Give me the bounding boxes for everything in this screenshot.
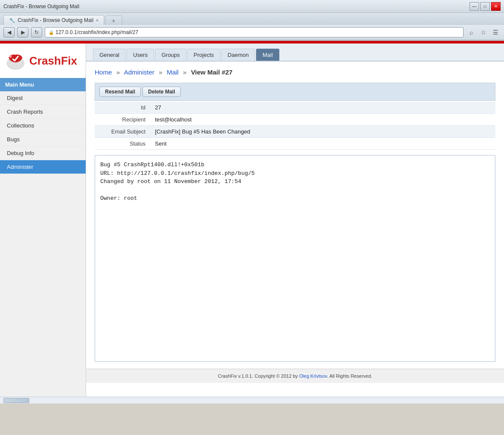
resend-mail-button[interactable]: Resend Mail: [99, 87, 141, 97]
sidebar-item-administer[interactable]: Administer: [0, 160, 86, 174]
tab-groups[interactable]: Groups: [155, 49, 186, 61]
refresh-button[interactable]: ↻: [31, 27, 42, 37]
mail-body-container: Bug #5 CrashRpt1400.dll!+0x501b URL: htt…: [95, 155, 495, 362]
sidebar-item-collections[interactable]: Collections: [0, 119, 86, 133]
tab-title: CrashFix - Browse Outgoing Mail: [18, 17, 93, 23]
logo-icon: [5, 50, 26, 71]
url-text: 127.0.0.1/crashfix/index.php/mail/27: [56, 29, 138, 35]
sidebar-item-debug-info[interactable]: Debug Info: [0, 146, 86, 160]
breadcrumb-sep3: »: [183, 68, 186, 76]
field-value-status: Sent: [151, 138, 495, 150]
tab-users[interactable]: Users: [127, 49, 154, 61]
address-icon: 🔒: [49, 30, 54, 35]
breadcrumb-administer[interactable]: Administer: [124, 68, 155, 76]
close-button[interactable]: ✕: [491, 2, 501, 11]
tab-favicon: 🔧: [9, 18, 15, 23]
tab-mail[interactable]: Mail: [256, 49, 279, 61]
address-bar[interactable]: 🔒 127.0.0.1/crashfix/index.php/mail/27: [45, 27, 464, 37]
main-content: General Users Groups Projects Daemon Mai…: [86, 44, 504, 397]
breadcrumb-sep2: »: [159, 68, 162, 76]
sidebar-item-digest[interactable]: Digest: [0, 91, 86, 105]
horizontal-scrollbar[interactable]: [0, 397, 504, 404]
minimize-button[interactable]: —: [470, 2, 479, 11]
delete-mail-button[interactable]: Delete Mail: [142, 87, 181, 97]
window-controls: — □ ✕: [470, 2, 501, 11]
nav-tabs: General Users Groups Projects Daemon Mai…: [86, 44, 504, 62]
tab-general[interactable]: General: [93, 49, 126, 61]
zoom-icon[interactable]: ⌕: [466, 27, 476, 37]
footer-link[interactable]: Oleg Krivtsov: [299, 373, 327, 379]
new-tab-button[interactable]: +: [105, 16, 122, 25]
field-label-recipient: Recipient: [95, 114, 151, 126]
scrollbar-thumb[interactable]: [3, 398, 29, 403]
sidebar-item-crash-reports[interactable]: Crash Reports: [0, 105, 86, 119]
browser-chrome: CrashFix - Browse Outgoing Mail — □ ✕ 🔧 …: [0, 0, 504, 41]
breadcrumb-home[interactable]: Home: [95, 68, 112, 76]
logo-area: CrashFix: [0, 44, 86, 78]
breadcrumb-sep1: »: [116, 68, 120, 76]
footer-text: CrashFix v.1.0.1. Copyright © 2012 by Ol…: [218, 373, 372, 379]
field-value-id: 27: [151, 102, 495, 114]
table-row: Recipient test@localhost: [95, 114, 495, 126]
tab-close-icon[interactable]: ×: [96, 18, 99, 23]
field-label-subject: Email Subject: [95, 126, 151, 138]
back-button[interactable]: ◀: [3, 27, 15, 37]
svg-point-1: [9, 55, 12, 58]
field-value-recipient: test@localhost: [151, 114, 495, 126]
sidebar: CrashFix Main Menu Digest Crash Reports …: [0, 44, 86, 397]
field-label-id: Id: [95, 102, 151, 114]
app-title: CrashFix - Browse Outgoing Mail: [3, 3, 79, 9]
breadcrumb-current: View Mail #27: [191, 68, 232, 76]
table-row: Email Subject [CrashFix] Bug #5 Has Been…: [95, 126, 495, 138]
action-buttons: Resend Mail Delete Mail: [95, 83, 495, 101]
breadcrumb-mail[interactable]: Mail: [167, 68, 179, 76]
titlebar: CrashFix - Browse Outgoing Mail — □ ✕: [0, 0, 504, 13]
logo-text: CrashFix: [29, 54, 77, 68]
address-bar-row: ◀ ▶ ↻ 🔒 127.0.0.1/crashfix/index.php/mai…: [0, 25, 504, 40]
forward-button[interactable]: ▶: [17, 27, 28, 37]
field-label-status: Status: [95, 138, 151, 150]
sidebar-item-bugs[interactable]: Bugs: [0, 133, 86, 146]
footer: CrashFix v.1.0.1. Copyright © 2012 by Ol…: [86, 369, 504, 383]
browser-action-icons: ⌕ ☆ ☰: [466, 27, 501, 37]
maximize-button[interactable]: □: [480, 2, 490, 11]
bookmark-icon[interactable]: ☆: [478, 27, 489, 37]
breadcrumb: Home » Administer » Mail » View Mail #27: [95, 68, 495, 76]
table-row: Status Sent: [95, 138, 495, 150]
page-body: Home » Administer » Mail » View Mail #27…: [86, 62, 504, 369]
mail-body-text: Bug #5 CrashRpt1400.dll!+0x501b URL: htt…: [100, 161, 490, 203]
tab-bar: 🔧 CrashFix - Browse Outgoing Mail × +: [0, 13, 504, 25]
field-value-subject: [CrashFix] Bug #5 Has Been Changed: [151, 126, 495, 138]
menu-icon[interactable]: ☰: [490, 27, 501, 37]
active-tab[interactable]: 🔧 CrashFix - Browse Outgoing Mail ×: [3, 15, 104, 25]
app-container: CrashFix Main Menu Digest Crash Reports …: [0, 44, 504, 397]
tab-projects[interactable]: Projects: [187, 49, 220, 61]
tab-daemon[interactable]: Daemon: [221, 49, 255, 61]
table-row: Id 27: [95, 102, 495, 114]
main-menu-header: Main Menu: [0, 78, 86, 91]
mail-details-table: Id 27 Recipient test@localhost Email Sub…: [95, 102, 495, 150]
